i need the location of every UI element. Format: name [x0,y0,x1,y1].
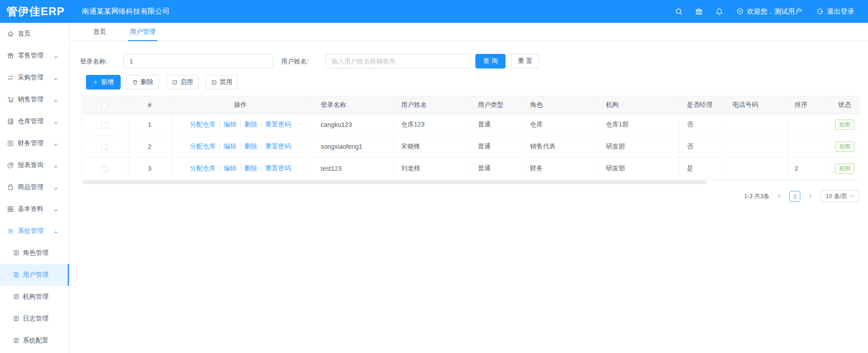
col-user-name: 用户姓名 [394,96,470,114]
page-size-select[interactable]: 10 条/页 [820,190,859,202]
delete-link[interactable]: 删除 [245,121,257,128]
sidebar-item-basic-data[interactable]: 基本资料 [0,198,69,220]
sidebar-item-finance[interactable]: 财务管理 [0,132,69,154]
status-badge[interactable]: 启用 [835,163,854,174]
delete-link[interactable]: 删除 [245,164,257,172]
reset-password-link[interactable]: 重置密码 [265,142,291,150]
col-sort: 排序 [787,96,829,114]
sidebar-item-system[interactable]: 系统管理 [0,220,69,242]
sidebar-item-home[interactable]: 首页 [0,23,69,45]
reset-button[interactable]: 重置 [511,54,539,68]
row-checkbox[interactable] [101,166,108,172]
enable-button[interactable]: 启用 [166,75,198,90]
search-icon[interactable] [669,0,689,23]
add-button[interactable]: 新增 [86,75,121,90]
sidebar-item-label: 报表查询 [18,161,43,169]
col-login-name: 登录名称 [309,96,394,114]
disable-button[interactable]: 禁用 [206,75,238,90]
cell-sort [787,114,829,136]
status-badge[interactable]: 启用 [835,142,854,152]
sidebar: 首页 零售管理 采购管理 销售管理 仓库管理 财务管理 [0,23,69,353]
assign-warehouse-link[interactable]: 分配仓库 [190,142,216,150]
cell-index: 2 [128,136,171,158]
delete-link[interactable]: 删除 [245,142,257,150]
edit-link[interactable]: 编辑 [224,142,236,150]
next-page-icon[interactable] [805,191,816,202]
header-checkbox-cell [82,96,128,114]
sidebar-item-system-config[interactable]: 系统配置 [0,330,69,352]
company-name: 南通某某网络科技有限公司 [82,7,170,16]
cell-role: 财务 [522,158,598,179]
sidebar-item-purchase[interactable]: 采购管理 [0,67,69,89]
reset-password-link[interactable]: 重置密码 [265,164,291,172]
trash-icon [132,79,138,85]
tab-home[interactable]: 首页 [91,23,108,41]
row-checkbox[interactable] [101,144,108,150]
sidebar-item-log-mgmt[interactable]: 日志管理 [0,308,69,330]
cell-org: 研发部 [598,136,679,158]
assign-warehouse-link[interactable]: 分配仓库 [190,121,216,128]
edit-link[interactable]: 编辑 [224,121,236,128]
cell-operations: 分配仓库|编辑|删除|重置密码 [171,136,309,158]
sales-cart-icon [7,96,14,103]
cell-sort: 2 [787,158,829,179]
user-menu[interactable]: 欢迎您，测试用户 [729,0,809,23]
cell-user-name: 宋晓锋 [394,136,470,158]
bank-icon[interactable] [689,0,709,23]
horizontal-scrollbar[interactable] [83,180,706,184]
sidebar-item-sales[interactable]: 销售管理 [0,89,69,111]
cell-login-name: cangku123 [309,114,394,136]
login-name-input[interactable] [123,54,273,68]
logout-icon [816,8,824,15]
sidebar-item-role-mgmt[interactable]: 角色管理 [0,242,69,264]
cell-operations: 分配仓库|编辑|删除|重置密码 [171,114,309,136]
assign-warehouse-link[interactable]: 分配仓库 [190,164,216,172]
sidebar-item-retail[interactable]: 零售管理 [0,45,69,67]
pagination-total: 1-3 共3条 [744,192,770,200]
welcome-text: 欢迎您，测试用户 [747,7,802,16]
bell-icon[interactable] [709,0,729,23]
sidebar-item-goods[interactable]: 商品管理 [0,176,69,198]
cell-role: 仓库 [522,114,598,136]
col-is-manager: 是否经理 [679,96,725,114]
pagination: 1-3 共3条 1 10 条/页 [744,190,859,203]
sidebar-item-warehouse[interactable]: 仓库管理 [0,111,69,132]
select-all-checkbox[interactable] [101,102,108,109]
report-pie-icon [7,162,14,169]
status-badge[interactable]: 启用 [835,120,854,130]
table-header-row: # 操作 登录名称 用户姓名 用户类型 角色 机构 是否经理 电话号码 排序 状… [82,96,860,114]
chevron-down-icon [53,75,58,83]
sidebar-item-reports[interactable]: 报表查询 [0,154,69,176]
retail-icon [7,52,14,59]
gear-icon [7,227,14,235]
row-checkbox[interactable] [101,122,108,128]
tab-user-mgmt[interactable]: 用户管理 [128,23,157,41]
doc-icon [13,337,20,344]
sidebar-item-org-mgmt[interactable]: 机构管理 [0,286,69,308]
edit-link[interactable]: 编辑 [224,164,236,172]
delete-button[interactable]: 删除 [126,75,159,90]
finance-icon [7,140,14,147]
sidebar-item-label: 机构管理 [23,293,48,301]
doc-icon [13,293,20,300]
cell-sort [787,136,829,158]
user-name-input[interactable] [325,54,471,68]
chevron-down-icon [53,185,58,192]
sidebar-item-user-mgmt[interactable]: 用户管理 [0,264,69,286]
sidebar-item-label: 基本资料 [18,205,43,213]
page-number[interactable]: 1 [789,191,800,202]
cell-is-manager: 否 [679,114,725,136]
query-button[interactable]: 查询 [475,54,506,68]
reset-password-link[interactable]: 重置密码 [265,121,291,128]
prev-page-icon[interactable] [774,191,785,202]
sidebar-item-label: 采购管理 [18,74,43,82]
col-operations: 操作 [171,96,309,114]
user-name-label: 用户姓名: [281,54,309,68]
logout-button[interactable]: 退出登录 [809,0,862,23]
down-circle-icon [736,8,744,15]
table-row: 2 分配仓库|编辑|删除|重置密码 songxiaofeng1 宋晓锋 普通 销… [82,136,860,158]
cell-role: 销售代表 [522,136,598,158]
cell-user-name: 仓库123 [394,114,470,136]
col-role: 角色 [522,96,598,114]
header-actions: 欢迎您，测试用户 退出登录 [669,0,862,23]
